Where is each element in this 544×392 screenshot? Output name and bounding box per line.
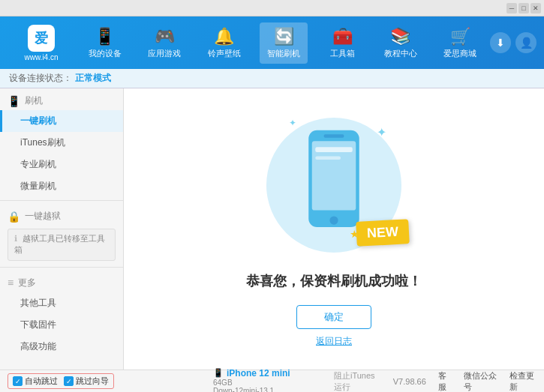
my-device-label: 我的设备 <box>89 48 122 59</box>
main-area: 📱 刷机 一键刷机 iTunes刷机 专业刷机 微量刷机 🔒 一键越狱 ℹ 越狱… <box>0 88 544 370</box>
device-storage: 64GB <box>213 379 334 387</box>
sidebar-item-other-tools[interactable]: 其他工具 <box>0 292 123 314</box>
maximize-button[interactable]: □ <box>518 3 529 13</box>
divider-2 <box>0 267 123 268</box>
my-device-icon: 📱 <box>95 27 115 46</box>
auto-skip-box[interactable] <box>13 376 23 386</box>
apps-games-icon: 🎮 <box>155 27 175 46</box>
more-section-label: 更多 <box>18 277 36 289</box>
toolbox-label: 工具箱 <box>330 48 355 59</box>
nav-store[interactable]: 🛒 爱思商城 <box>436 22 484 64</box>
sidebar-item-one-key-flash[interactable]: 一键刷机 <box>0 110 123 132</box>
title-bar: ─ □ ✕ <box>0 0 544 16</box>
svg-rect-2 <box>324 135 344 139</box>
sidebar-item-itunes-flash[interactable]: iTunes刷机 <box>0 132 123 154</box>
toolbox-icon: 🧰 <box>332 27 353 46</box>
sidebar: 📱 刷机 一键刷机 iTunes刷机 专业刷机 微量刷机 🔒 一键越狱 ℹ 越狱… <box>0 88 124 370</box>
more-section-icon: ≡ <box>8 277 14 289</box>
back-link[interactable]: 返回日志 <box>316 335 352 348</box>
minimize-button[interactable]: ─ <box>506 3 517 13</box>
lock-icon: 🔒 <box>8 211 20 223</box>
close-button[interactable]: ✕ <box>530 3 541 13</box>
sidebar-section-jailbreak: 🔒 一键越狱 <box>0 204 123 226</box>
device-info-bottom: 📱 iPhone 12 mini 64GB Down-12mini-13,1 <box>210 368 334 393</box>
sparkle-2: ✦ <box>289 118 296 128</box>
itunes-status[interactable]: 阻止iTunes运行 <box>334 370 381 393</box>
svg-rect-5 <box>315 157 341 160</box>
logo-area: 爱 www.i4.cn <box>8 25 75 61</box>
new-badge: NEW <box>356 219 410 247</box>
check-update-link[interactable]: 检查更新 <box>509 370 536 393</box>
skip-guide-box[interactable] <box>64 376 74 386</box>
device-firmware: Down-12mini-13,1 <box>213 387 334 393</box>
sidebar-item-download-firmware[interactable]: 下载固件 <box>0 314 123 336</box>
flash-section-label: 刷机 <box>25 94 43 107</box>
nav-my-device[interactable]: 📱 我的设备 <box>81 22 129 64</box>
bottom-bar: 自动跳过 跳过向导 📱 iPhone 12 mini 64GB Down-12m… <box>0 370 544 392</box>
sidebar-jailbreak-notice: ℹ 越狱工具已转移至工具箱 <box>8 229 116 261</box>
phone-illustration: NEW ✦ ✦ <box>259 110 409 260</box>
ringtone-label: 铃声壁纸 <box>208 48 241 59</box>
apps-games-label: 应用游戏 <box>148 48 181 59</box>
skip-guide-label: 跳过向导 <box>76 376 109 387</box>
auto-skip-label: 自动跳过 <box>25 376 58 387</box>
logo-text: 爱 <box>35 29 48 47</box>
flash-section-icon: 📱 <box>8 95 20 107</box>
nav-apps-games[interactable]: 🎮 应用游戏 <box>140 22 188 64</box>
notice-text: 越狱工具已转移至工具箱 <box>14 234 105 254</box>
new-badge-text: NEW <box>366 224 398 241</box>
sidebar-item-save-flash[interactable]: 微量刷机 <box>0 175 123 197</box>
device-name: iPhone 12 mini <box>227 368 290 379</box>
nav-items: 📱 我的设备 🎮 应用游戏 🔔 铃声壁纸 🔄 智能刷机 🧰 工具箱 📚 教程中心… <box>75 22 490 64</box>
sidebar-item-pro-flash[interactable]: 专业刷机 <box>0 154 123 175</box>
ringtone-icon: 🔔 <box>214 27 234 46</box>
tutorial-icon: 📚 <box>390 27 410 46</box>
sparkle-1: ✦ <box>377 125 386 139</box>
divider-1 <box>0 200 123 201</box>
checkbox-area: 自动跳过 跳过向导 <box>8 373 114 389</box>
nav-smart-flash[interactable]: 🔄 智能刷机 <box>260 22 308 64</box>
bottom-right: 阻止iTunes运行 V7.98.66 客服 微信公众号 检查更新 <box>334 370 536 393</box>
confirm-button[interactable]: 确定 <box>296 305 371 329</box>
store-label: 爱思商城 <box>443 48 476 59</box>
svg-rect-4 <box>315 147 353 152</box>
store-icon: 🛒 <box>450 27 470 46</box>
success-text: 恭喜您，保资料刷机成功啦！ <box>246 272 422 290</box>
version-text: V7.98.66 <box>393 377 426 386</box>
svg-point-3 <box>329 217 338 225</box>
auto-skip-checkbox[interactable]: 自动跳过 <box>13 376 58 387</box>
header: 爱 www.i4.cn 📱 我的设备 🎮 应用游戏 🔔 铃声壁纸 🔄 智能刷机 … <box>0 16 544 69</box>
header-right: ⬇ 👤 <box>490 32 536 53</box>
nav-toolbox[interactable]: 🧰 工具箱 <box>320 22 365 64</box>
logo-url: www.i4.cn <box>24 53 58 61</box>
jailbreak-section-label: 一键越狱 <box>25 210 61 223</box>
bottom-left: 自动跳过 跳过向导 <box>8 373 210 389</box>
smart-flash-icon: 🔄 <box>274 27 294 46</box>
download-button[interactable]: ⬇ <box>490 32 511 53</box>
status-bar: 设备连接状态： 正常模式 <box>0 69 544 88</box>
customer-service-link[interactable]: 客服 <box>438 370 452 393</box>
content-area: NEW ✦ ✦ 恭喜您，保资料刷机成功啦！ 确定 返回日志 <box>124 88 544 370</box>
sidebar-section-more: ≡ 更多 <box>0 271 123 292</box>
user-button[interactable]: 👤 <box>515 32 536 53</box>
notice-icon: ℹ <box>14 234 17 243</box>
status-value: 正常模式 <box>75 72 111 85</box>
logo-icon: 爱 <box>28 25 55 52</box>
tutorial-label: 教程中心 <box>384 48 417 59</box>
wechat-public-link[interactable]: 微信公众号 <box>464 370 497 393</box>
smart-flash-label: 智能刷机 <box>267 48 300 59</box>
sidebar-item-advanced[interactable]: 高级功能 <box>0 336 123 358</box>
sidebar-section-flash: 📱 刷机 <box>0 88 123 110</box>
skip-guide-checkbox[interactable]: 跳过向导 <box>64 376 109 387</box>
nav-tutorial[interactable]: 📚 教程中心 <box>377 22 425 64</box>
status-label: 设备连接状态： <box>9 72 72 85</box>
nav-ringtone[interactable]: 🔔 铃声壁纸 <box>200 22 248 64</box>
device-icon: 📱 <box>213 368 224 378</box>
